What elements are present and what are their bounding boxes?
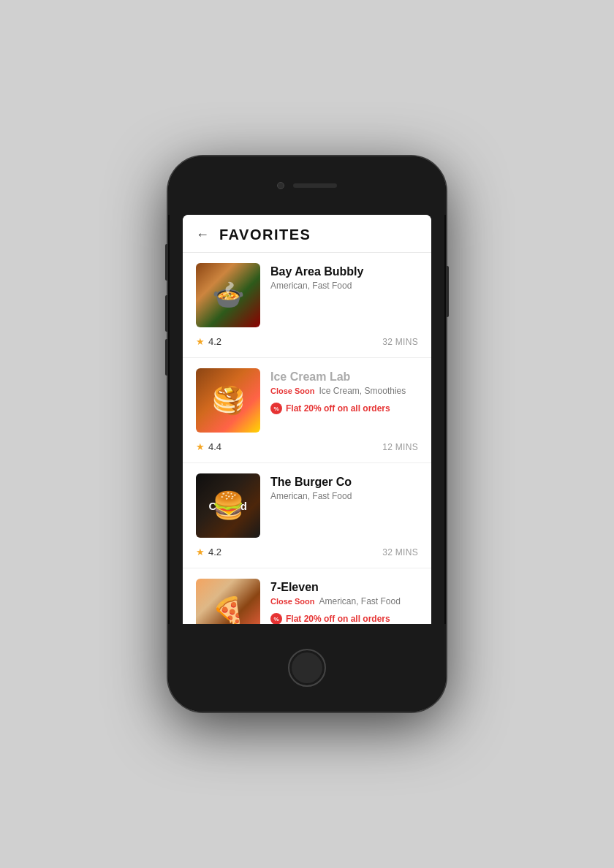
restaurant-cuisine: American, Fast Food	[319, 596, 401, 606]
back-button[interactable]: ←	[196, 227, 209, 243]
list-item[interactable]: Ice Cream Lab Close Soon Ice Cream, Smoo…	[183, 358, 431, 463]
close-soon-badge: Close Soon	[270, 597, 315, 606]
phone-device: ← FAVORITES Bay Area Bubbly American, Fa…	[168, 156, 446, 712]
restaurant-info: The Burger Co American, Fast Food	[270, 473, 418, 538]
restaurant-bottom-section: ★ 4.2 32 MINS	[196, 335, 418, 347]
offer-icon: %	[270, 613, 282, 625]
home-button[interactable]	[288, 649, 326, 687]
star-icon: ★	[196, 547, 205, 557]
delivery-time: 32 MINS	[382, 337, 418, 347]
offer-text: Flat 20% off on all orders	[286, 614, 390, 624]
restaurant-list: Bay Area Bubbly American, Fast Food ★ 4.…	[183, 253, 431, 656]
offer-text: Flat 20% off on all orders	[286, 403, 390, 414]
status-row: Close Soon American, Fast Food	[270, 596, 418, 606]
restaurant-image: Closed	[196, 473, 260, 538]
rating-row: ★ 4.2	[196, 547, 221, 557]
restaurant-bottom-section: ★ 4.2 32 MINS	[196, 545, 418, 557]
restaurant-name: Bay Area Bubbly	[270, 264, 418, 278]
restaurant-image	[196, 263, 260, 327]
phone-screen: ← FAVORITES Bay Area Bubbly American, Fa…	[183, 215, 431, 656]
closed-label: Closed	[208, 500, 247, 512]
star-icon: ★	[196, 336, 205, 347]
restaurant-bottom-section: ★ 4.4 12 MINS	[196, 440, 418, 452]
list-item[interactable]: Bay Area Bubbly American, Fast Food ★ 4.…	[183, 253, 431, 358]
restaurant-image	[196, 368, 260, 433]
restaurant-name: 7-Eleven	[270, 580, 418, 594]
restaurant-info: Bay Area Bubbly American, Fast Food	[270, 263, 418, 327]
restaurant-cuisine: Ice Cream, Smoothies	[319, 386, 406, 396]
rating-row: ★ 4.2	[196, 336, 221, 347]
phone-speaker	[293, 183, 337, 188]
rating-value: 4.2	[208, 336, 221, 347]
rating-row: ★ 4.4	[196, 441, 221, 452]
phone-camera	[277, 182, 284, 189]
restaurant-top-section: Closed The Burger Co American, Fast Food	[196, 473, 418, 538]
restaurant-name: Ice Cream Lab	[270, 370, 418, 384]
restaurant-name: The Burger Co	[270, 475, 418, 489]
delivery-time: 32 MINS	[382, 547, 418, 557]
delivery-time: 12 MINS	[382, 442, 418, 452]
closed-overlay: Closed	[196, 473, 260, 538]
close-soon-badge: Close Soon	[270, 387, 315, 395]
offer-row: % Flat 20% off on all orders	[270, 403, 418, 414]
rating-value: 4.2	[208, 547, 221, 557]
rating-value: 4.4	[208, 441, 221, 452]
page-title: FAVORITES	[219, 226, 311, 243]
status-row: Close Soon Ice Cream, Smoothies	[270, 386, 418, 396]
phone-top-bar	[168, 156, 446, 215]
restaurant-cuisine: American, Fast Food	[270, 491, 418, 501]
app-screen: ← FAVORITES Bay Area Bubbly American, Fa…	[183, 215, 431, 656]
restaurant-info: Ice Cream Lab Close Soon Ice Cream, Smoo…	[270, 368, 418, 433]
list-item[interactable]: Closed The Burger Co American, Fast Food…	[183, 463, 431, 568]
restaurant-top-section: Ice Cream Lab Close Soon Ice Cream, Smoo…	[196, 368, 418, 433]
app-header: ← FAVORITES	[183, 215, 431, 253]
phone-bottom-bar	[168, 624, 446, 712]
star-icon: ★	[196, 441, 205, 452]
offer-row: % Flat 20% off on all orders	[270, 613, 418, 625]
restaurant-cuisine: American, Fast Food	[270, 281, 418, 291]
offer-icon: %	[270, 403, 282, 414]
restaurant-top-section: Bay Area Bubbly American, Fast Food	[196, 263, 418, 327]
